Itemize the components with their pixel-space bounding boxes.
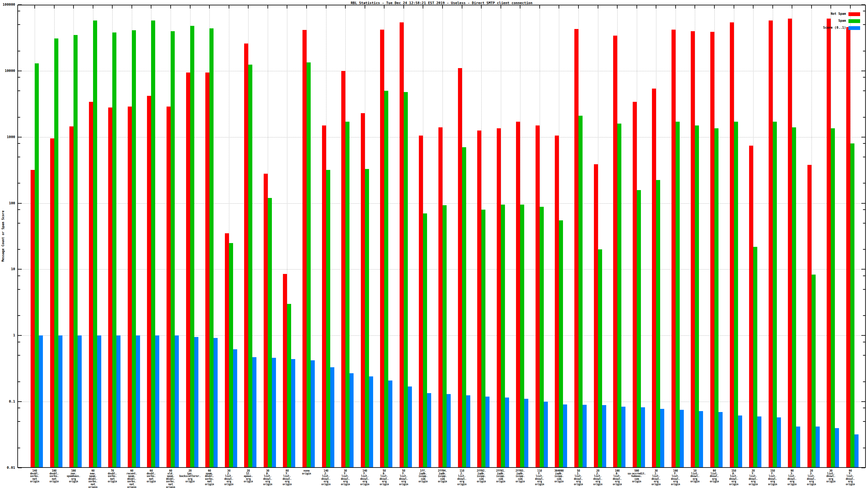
y-tick-label: 10 [1,267,15,271]
legend-swatch [848,12,860,16]
legend-swatch [848,19,860,23]
y-tick-label: 100 [1,201,15,205]
legend-label: Score (0..1) [783,26,846,29]
legend-label: Not Spam [783,12,846,15]
legend-label: Spam [783,19,846,22]
legend-swatch [848,26,860,30]
y-tick-label: 1000 [1,135,15,139]
y-tick-label: 0.01 [1,466,15,470]
plot-border [17,5,866,468]
y-tick-label: 100000 [1,2,15,7]
x-category-label: 9@ Y. list. dnswl. org origin [838,470,863,486]
y-tick-label: 1 [1,333,15,337]
y-tick-label: 0.1 [1,399,15,403]
rbl-statistics-chart: RBL Statistics - Tue Dec 24 12:58:21 EST… [0,0,868,488]
y-tick-label: 10000 [1,69,15,73]
